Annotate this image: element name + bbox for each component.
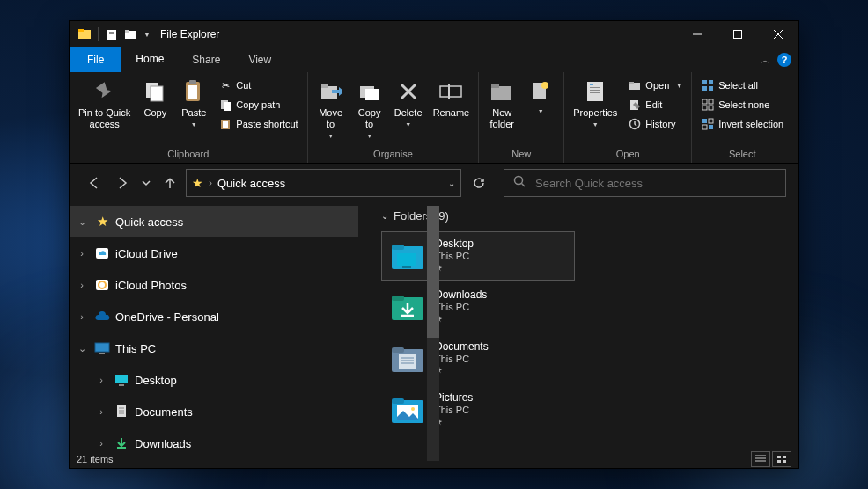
downloads-icon <box>114 435 129 449</box>
search-input[interactable] <box>535 177 776 190</box>
history-button[interactable]: History <box>624 114 686 134</box>
recent-locations-button[interactable] <box>138 171 154 195</box>
tree-item-this-pc[interactable]: ⌄This PC <box>70 332 358 364</box>
collapse-ribbon-icon[interactable]: ︿ <box>761 54 770 67</box>
address-dropdown-icon[interactable]: ⌄ <box>448 179 455 188</box>
move-to-icon <box>317 77 345 106</box>
forward-button[interactable] <box>110 171 135 195</box>
group-header[interactable]: ⌄ Folders (9) <box>381 209 786 223</box>
tree-item-label: Downloads <box>135 437 191 449</box>
svg-rect-12 <box>151 86 163 101</box>
select-all-button[interactable]: Select all <box>697 76 787 95</box>
address-location[interactable]: Quick access <box>217 177 443 190</box>
up-button[interactable] <box>158 171 182 195</box>
svg-line-54 <box>522 184 526 187</box>
cut-button[interactable]: ✂Cut <box>215 76 301 95</box>
folder-name: Documents <box>435 340 489 354</box>
svg-rect-49 <box>702 119 707 123</box>
pin-icon <box>435 418 473 429</box>
svg-rect-19 <box>223 121 228 128</box>
tree-scrollbar[interactable] <box>427 206 439 461</box>
tree-item-downloads[interactable]: ›Downloads <box>70 427 358 449</box>
back-button[interactable] <box>82 171 107 195</box>
svg-rect-3 <box>109 32 114 33</box>
select-none-button[interactable]: Select none <box>697 95 787 114</box>
edit-icon <box>628 98 642 112</box>
properties-button[interactable]: Properties▼ <box>568 76 622 129</box>
close-button[interactable] <box>758 21 798 47</box>
qat-newfolder-icon[interactable] <box>121 25 141 44</box>
svg-rect-23 <box>365 89 379 100</box>
ribbon-group-select: Select all Select none Invert selection … <box>692 72 792 163</box>
pin-to-quick-access-button[interactable]: Pin to Quick access <box>73 76 136 132</box>
ribbon-tabs: File Home Share View ︿ ? <box>70 47 798 72</box>
ribbon: Pin to Quick access Copy Paste ▼ ✂Cut Co… <box>70 72 798 164</box>
delete-button[interactable]: Delete▼ <box>389 76 428 129</box>
move-to-button[interactable]: Move to▼ <box>312 76 350 141</box>
tree-item-desktop[interactable]: ›Desktop <box>70 364 358 396</box>
folder-item-documents[interactable]: DocumentsThis PC <box>381 334 575 383</box>
content: ⌄★Quick access›iCloud Drive›iCloud Photo… <box>70 202 798 449</box>
tab-share[interactable]: Share <box>178 47 234 72</box>
qat-properties-icon[interactable] <box>102 25 121 44</box>
paste-shortcut-button[interactable]: Paste shortcut <box>215 114 301 134</box>
qat-dropdown-icon[interactable]: ▼ <box>141 25 153 44</box>
chevron-icon[interactable]: › <box>75 248 89 259</box>
tab-home[interactable]: Home <box>121 47 178 72</box>
svg-rect-69 <box>392 244 404 250</box>
chevron-down-icon: ▼ <box>592 121 599 128</box>
tree-item-icloud-photos[interactable]: ›iCloud Photos <box>70 269 358 301</box>
invert-selection-icon <box>701 117 715 131</box>
desktop-icon <box>114 372 129 388</box>
folder-item-pictures[interactable]: PicturesThis PC <box>381 385 575 434</box>
navbar: ★ › Quick access ⌄ <box>70 164 798 202</box>
chevron-icon[interactable]: › <box>75 280 89 290</box>
paste-shortcut-icon <box>218 117 232 131</box>
new-folder-button[interactable]: New folder <box>482 76 521 132</box>
scrollbar-thumb[interactable] <box>427 206 439 338</box>
icloud-icon <box>94 245 110 261</box>
rename-button[interactable]: Rename <box>428 76 475 120</box>
chevron-icon[interactable]: ⌄ <box>75 343 89 354</box>
large-icons-view-button[interactable] <box>772 451 791 467</box>
tree-item-onedrive[interactable]: ›OneDrive - Personal <box>70 301 358 332</box>
svg-rect-38 <box>629 82 634 84</box>
open-button[interactable]: Open▼ <box>624 76 686 95</box>
chevron-icon[interactable]: › <box>75 311 89 322</box>
tab-view[interactable]: View <box>234 47 285 72</box>
paste-button[interactable]: Paste ▼ <box>174 76 213 129</box>
refresh-button[interactable] <box>467 169 491 197</box>
chevron-down-icon: ⌄ <box>381 211 388 221</box>
search-icon <box>513 175 526 191</box>
details-view-button[interactable] <box>751 451 770 467</box>
chevron-icon[interactable]: ⌄ <box>75 216 89 228</box>
chevron-icon[interactable]: › <box>94 406 108 417</box>
help-icon[interactable]: ? <box>777 53 791 67</box>
svg-rect-42 <box>709 80 713 84</box>
desktop-folder-icon <box>389 240 426 272</box>
minimize-button[interactable] <box>677 21 717 47</box>
chevron-icon[interactable]: › <box>94 438 108 449</box>
svg-rect-76 <box>392 347 404 353</box>
folder-item-downloads[interactable]: DownloadsThis PC <box>381 282 575 332</box>
invert-selection-button[interactable]: Invert selection <box>697 114 787 134</box>
copy-path-button[interactable]: Copy path <box>215 95 301 114</box>
tree-item-icloud-drive[interactable]: ›iCloud Drive <box>70 237 358 269</box>
tree-item-documents[interactable]: ›Documents <box>70 396 358 427</box>
folder-item-desktop[interactable]: DesktopThis PC <box>381 231 575 281</box>
tree-item-quick-access[interactable]: ⌄★Quick access <box>70 206 358 237</box>
maximize-button[interactable] <box>717 21 758 47</box>
folder-location: This PC <box>435 405 473 417</box>
properties-icon <box>581 77 609 106</box>
svg-rect-88 <box>777 456 781 458</box>
search-bar[interactable] <box>504 169 786 197</box>
copy-to-button[interactable]: Copy to▼ <box>350 76 389 141</box>
address-bar[interactable]: ★ › Quick access ⌄ <box>186 169 461 197</box>
svg-rect-34 <box>590 87 600 88</box>
copy-button[interactable]: Copy <box>136 76 174 120</box>
chevron-icon[interactable]: › <box>94 375 108 385</box>
tab-file[interactable]: File <box>70 47 121 72</box>
tree-item-label: Quick access <box>115 215 183 229</box>
new-item-button[interactable]: ▼ <box>521 76 560 116</box>
edit-button[interactable]: Edit <box>624 95 686 114</box>
